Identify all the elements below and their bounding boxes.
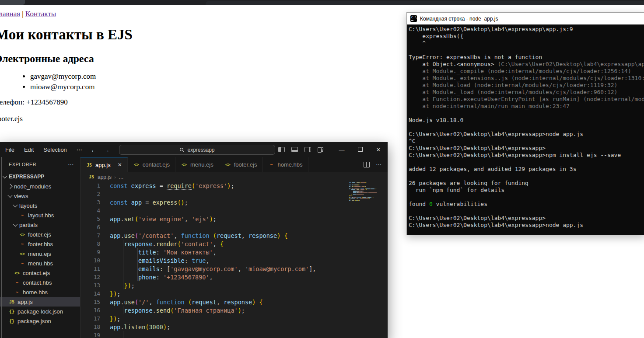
code-line-3[interactable]: 3const app = express(); xyxy=(80,198,388,206)
nav-link-home[interactable]: Главная xyxy=(0,10,20,18)
tree-item-contact.hbs[interactable]: ~contact.hbs xyxy=(0,278,80,287)
maximize-button[interactable] xyxy=(351,146,369,153)
code-line-16[interactable]: 16 response.send('Главная страница'); xyxy=(80,306,388,314)
line-number: 19 xyxy=(80,332,100,338)
terminal-line: expressHbs({ xyxy=(409,33,644,40)
code-line-2[interactable]: 2 xyxy=(80,190,388,198)
code-line-19[interactable]: 19 xyxy=(80,331,388,338)
code-text: app.use('/', function (request, response… xyxy=(100,299,263,306)
toggle-panel-icon[interactable] xyxy=(291,147,298,152)
customize-layout-icon[interactable] xyxy=(318,147,324,152)
tree-item-footer.hbs[interactable]: ~footer.hbs xyxy=(0,239,80,249)
menu-item-selection[interactable]: Selection xyxy=(38,146,71,153)
explorer-more-actions[interactable]: ⋯ xyxy=(68,161,74,168)
browser-tab-fragment[interactable] xyxy=(0,0,25,5)
tree-item-layouts[interactable]: layouts xyxy=(0,201,80,210)
code-text: }); xyxy=(100,290,120,297)
code-line-12[interactable]: 12 phone: '+1234567890', xyxy=(80,273,388,281)
menu-item-edit[interactable]: Edit xyxy=(19,146,38,153)
tree-item-label: home.hbs xyxy=(23,289,48,296)
code-line-8[interactable]: 8 response.render('contact', { xyxy=(80,240,388,248)
code-line-7[interactable]: 7app.use('/contact', function (request, … xyxy=(80,231,388,240)
code-line-14[interactable]: 14}); xyxy=(80,289,388,298)
minimap[interactable] xyxy=(349,182,377,202)
terminal-line: C:\Users\User02\Desktop\lab4\expressapp>… xyxy=(409,131,644,138)
vscode-title-bar: FileEditSelection⋯ ← → expressapp — ✕ xyxy=(0,142,388,157)
cmd-output[interactable]: C:\Users\User02\Desktop\lab4\expressapp\… xyxy=(407,24,644,235)
line-number: 8 xyxy=(80,240,100,247)
ejs-file-icon: <> xyxy=(19,232,26,237)
tree-item-partials[interactable]: partials xyxy=(0,220,80,230)
tree-item-package.json[interactable]: {}package.json xyxy=(0,316,80,326)
terminal-line: C:\Users\User02\Desktop\lab4\expressapp\… xyxy=(409,26,644,33)
split-editor-icon[interactable] xyxy=(364,162,370,167)
js-file-icon: JS xyxy=(8,300,15,304)
toggle-sidebar-icon[interactable] xyxy=(278,147,285,152)
tree-item-layout.hbs[interactable]: ~layout.hbs xyxy=(0,210,80,220)
nav-link-contacts[interactable]: Контакты xyxy=(25,10,56,18)
tree-item-menu.hbs[interactable]: ~menu.hbs xyxy=(0,258,80,268)
hbs-file-icon: ~ xyxy=(14,280,21,285)
browser-tab-strip xyxy=(0,0,644,5)
code-editor[interactable]: 1const express = require('express');23co… xyxy=(80,181,388,338)
menu-item-file[interactable]: File xyxy=(0,146,19,153)
code-line-17[interactable]: 17}); xyxy=(80,314,388,323)
editor-tab-contact.ejs[interactable]: <>contact.ejs xyxy=(128,157,175,172)
browser-tab-fragment-right[interactable] xyxy=(206,1,644,5)
terminal-line xyxy=(409,159,644,166)
explorer-sidebar: EXPLORER ⋯ EXPRESSAPPnode_modulesviewsla… xyxy=(0,157,80,338)
tree-item-footer.ejs[interactable]: <>footer.ejs xyxy=(0,230,80,239)
tree-item-package-lock.json[interactable]: {}package-lock.json xyxy=(0,307,80,316)
close-icon[interactable]: ✕ xyxy=(118,162,122,168)
code-line-4[interactable]: 4 xyxy=(80,206,388,215)
editor-tab-home.hbs[interactable]: ~home.hbs xyxy=(262,157,308,172)
code-line-13[interactable]: 13 }); xyxy=(80,281,388,289)
menu-item-⋯[interactable]: ⋯ xyxy=(72,146,87,153)
search-icon xyxy=(179,147,185,153)
close-button[interactable]: ✕ xyxy=(369,146,388,153)
command-center-search[interactable]: expressapp xyxy=(119,145,275,155)
code-line-10[interactable]: 10 emailsVisible: true, xyxy=(80,256,388,265)
breadcrumb[interactable]: JS app.js › … xyxy=(80,172,388,181)
line-number: 15 xyxy=(80,299,100,305)
terminal-line: ^ xyxy=(409,40,644,47)
history-nav: ← → xyxy=(91,142,110,157)
tree-item-menu.ejs[interactable]: <>menu.ejs xyxy=(0,249,80,258)
tree-item-app.js[interactable]: JSapp.js xyxy=(0,297,80,307)
code-line-18[interactable]: 18app.listen(3000); xyxy=(80,323,388,331)
terminal-line: at Module._load (node:internal/modules/c… xyxy=(409,89,644,96)
tree-item-home.hbs[interactable]: ~home.hbs xyxy=(0,287,80,297)
breadcrumb-file: app.js xyxy=(98,174,112,180)
cmd-title-bar[interactable]: Командная строка - node app.js xyxy=(407,13,644,24)
toggle-secondary-sidebar-icon[interactable] xyxy=(304,147,311,152)
tree-root-expressapp[interactable]: EXPRESSAPP xyxy=(0,172,80,181)
code-line-15[interactable]: 15app.use('/', function (request, respon… xyxy=(80,298,388,306)
page-title: Мои контакты в EJS xyxy=(0,27,406,43)
terminal-line: at Module._compile (node:internal/module… xyxy=(409,68,644,75)
tree-item-contact.ejs[interactable]: <>contact.ejs xyxy=(0,268,80,278)
cmd-window: Командная строка - node app.js C:\Users\… xyxy=(406,12,644,235)
nav-separator: | xyxy=(20,10,25,18)
code-line-9[interactable]: 9 title: 'Мои контакты', xyxy=(80,248,388,256)
editor-tab-menu.ejs[interactable]: <>menu.ejs xyxy=(175,157,219,172)
code-text: emailsVisible: true, xyxy=(100,257,210,264)
editor-tab-footer.ejs[interactable]: <>footer.ejs xyxy=(219,157,263,172)
code-line-1[interactable]: 1const express = require('express'); xyxy=(80,181,388,190)
forward-arrow-icon[interactable]: → xyxy=(103,146,110,153)
layout-controls xyxy=(278,142,324,157)
more-actions-icon[interactable]: ⋯ xyxy=(376,161,382,168)
code-line-11[interactable]: 11 emails: ['gavgav@mycorp.com', 'mioaw@… xyxy=(80,265,388,273)
tree-item-label: menu.ejs xyxy=(28,251,51,257)
code-line-6[interactable]: 6 xyxy=(80,223,388,231)
back-arrow-icon[interactable]: ← xyxy=(91,146,97,153)
tree-item-node_modules[interactable]: node_modules xyxy=(0,181,80,191)
line-number: 2 xyxy=(80,191,100,197)
tab-label: contact.ejs xyxy=(143,161,170,168)
minimize-button[interactable]: — xyxy=(332,146,351,153)
editor-tab-app.js[interactable]: JSapp.js✕ xyxy=(80,157,128,172)
tree-item-views[interactable]: views xyxy=(0,191,80,201)
tree-item-label: package-lock.json xyxy=(18,308,63,315)
code-line-5[interactable]: 5app.set('view engine', 'ejs'); xyxy=(80,215,388,223)
code-text: app.listen(3000); xyxy=(100,324,170,331)
js-file-icon: JS xyxy=(86,163,93,167)
